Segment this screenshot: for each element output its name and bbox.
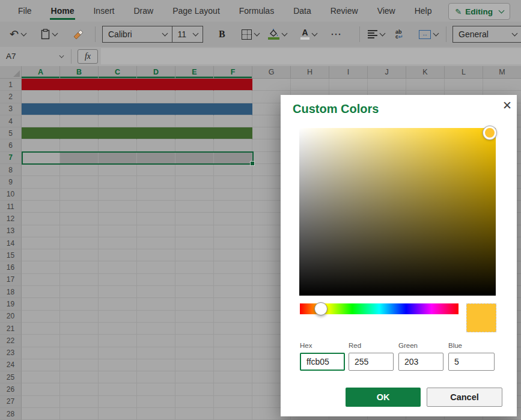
cell-B5[interactable] (60, 127, 99, 139)
cell-A6[interactable] (22, 139, 60, 151)
cell-A12[interactable] (22, 213, 60, 225)
cell-B9[interactable] (60, 176, 99, 188)
row-header-14[interactable]: 14 (0, 237, 22, 249)
cell-E13[interactable] (175, 225, 214, 237)
row-header-23[interactable]: 23 (0, 347, 22, 359)
selection-border[interactable] (22, 151, 254, 165)
cell-C23[interactable] (99, 347, 137, 359)
cell-D12[interactable] (137, 213, 175, 225)
cell-H1[interactable] (291, 79, 329, 91)
cell-E2[interactable] (175, 91, 214, 103)
cell-E5[interactable] (175, 127, 214, 139)
chevron-down-icon[interactable] (193, 31, 199, 37)
cell-F18[interactable] (214, 286, 252, 298)
cell-F6[interactable] (214, 139, 252, 151)
row-header-8[interactable]: 8 (0, 164, 22, 176)
fill-handle[interactable] (250, 161, 255, 166)
cell-D24[interactable] (137, 359, 175, 371)
cell-D25[interactable] (137, 371, 175, 383)
format-painter-button[interactable] (72, 22, 84, 47)
row-header-13[interactable]: 13 (0, 225, 22, 237)
row-header-10[interactable]: 10 (0, 189, 22, 201)
menu-tab-page-layout[interactable]: Page Layout (163, 1, 230, 21)
cell-A5[interactable] (22, 127, 60, 139)
cell-B25[interactable] (60, 371, 99, 383)
cell-B16[interactable] (60, 261, 99, 273)
cell-A17[interactable] (22, 274, 60, 286)
cell-D16[interactable] (137, 261, 175, 273)
green-input[interactable]: 203 (398, 353, 443, 371)
menu-tab-data[interactable]: Data (284, 1, 321, 21)
cell-E27[interactable] (175, 396, 214, 408)
cell-F10[interactable] (214, 189, 252, 201)
cell-A21[interactable] (22, 323, 60, 335)
cell-B21[interactable] (60, 323, 99, 335)
cell-C2[interactable] (99, 91, 137, 103)
cell-A11[interactable] (22, 201, 60, 213)
cell-F11[interactable] (214, 201, 252, 213)
cell-B1[interactable] (60, 79, 99, 91)
cell-E4[interactable] (175, 115, 214, 127)
cell-C12[interactable] (99, 213, 137, 225)
cell-A10[interactable] (22, 189, 60, 201)
cell-D14[interactable] (137, 237, 175, 249)
cell-F13[interactable] (214, 225, 252, 237)
cell-D26[interactable] (137, 383, 175, 395)
borders-button[interactable] (242, 22, 259, 47)
cell-D8[interactable] (137, 164, 175, 176)
cell-F24[interactable] (214, 359, 252, 371)
column-header-d[interactable]: D (137, 66, 175, 79)
cell-B13[interactable] (60, 225, 99, 237)
cell-D11[interactable] (137, 201, 175, 213)
cell-D28[interactable] (137, 408, 175, 420)
cell-C13[interactable] (99, 225, 137, 237)
row-header-1[interactable]: 1 (0, 79, 22, 91)
font-size-select[interactable]: 11 (172, 29, 186, 39)
cell-D4[interactable] (137, 115, 175, 127)
menu-tab-home[interactable]: Home (41, 1, 84, 21)
row-header-25[interactable]: 25 (0, 371, 22, 383)
cell-C24[interactable] (99, 359, 137, 371)
cell-B17[interactable] (60, 274, 99, 286)
cell-A16[interactable] (22, 261, 60, 273)
cell-A15[interactable] (22, 249, 60, 261)
cell-F28[interactable] (214, 408, 252, 420)
column-header-j[interactable]: J (368, 66, 406, 79)
menu-tab-review[interactable]: Review (321, 1, 368, 21)
cell-I1[interactable] (329, 79, 368, 91)
font-color-button[interactable]: A (300, 22, 317, 47)
column-header-g[interactable]: G (252, 66, 291, 79)
cell-E19[interactable] (175, 298, 214, 310)
cell-E9[interactable] (175, 176, 214, 188)
cell-E26[interactable] (175, 383, 214, 395)
cell-F5[interactable] (214, 127, 252, 139)
cell-D19[interactable] (137, 298, 175, 310)
cell-D10[interactable] (137, 189, 175, 201)
cell-A23[interactable] (22, 347, 60, 359)
font-name-select[interactable]: Calibri (103, 29, 160, 39)
row-header-22[interactable]: 22 (0, 335, 22, 347)
cell-C22[interactable] (99, 335, 137, 347)
row-header-4[interactable]: 4 (0, 115, 22, 127)
chevron-down-icon[interactable] (162, 31, 168, 37)
cell-E22[interactable] (175, 335, 214, 347)
cell-F14[interactable] (214, 237, 252, 249)
column-header-l[interactable]: L (445, 66, 483, 79)
cell-E11[interactable] (175, 201, 214, 213)
cell-C20[interactable] (99, 311, 137, 323)
cell-F26[interactable] (214, 383, 252, 395)
row-header-17[interactable]: 17 (0, 274, 22, 286)
cell-F21[interactable] (214, 323, 252, 335)
row-header-16[interactable]: 16 (0, 261, 22, 273)
row-header-18[interactable]: 18 (0, 286, 22, 298)
bold-button[interactable]: B (219, 22, 225, 47)
cell-A1[interactable] (22, 79, 60, 91)
cell-E12[interactable] (175, 213, 214, 225)
cell-B19[interactable] (60, 298, 99, 310)
column-header-k[interactable]: K (406, 66, 445, 79)
cell-A3[interactable] (22, 103, 60, 115)
cell-A25[interactable] (22, 371, 60, 383)
cell-A18[interactable] (22, 286, 60, 298)
undo-button[interactable]: ↶ (10, 22, 26, 47)
column-header-i[interactable]: I (329, 66, 368, 79)
